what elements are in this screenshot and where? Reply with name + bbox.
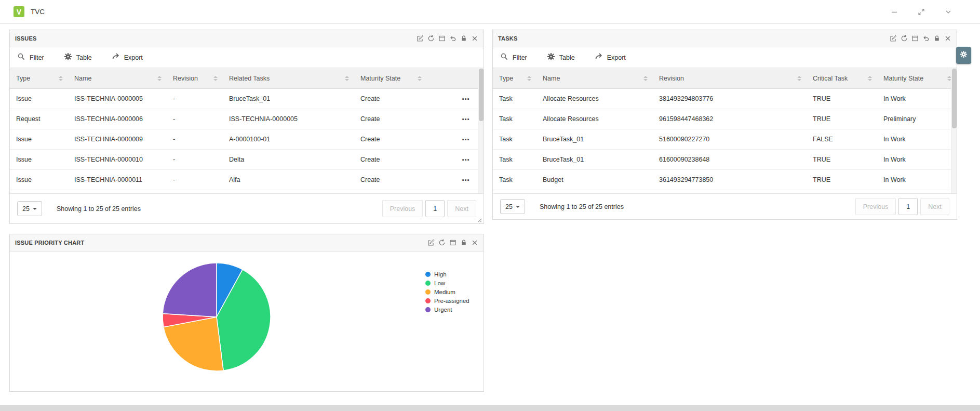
column-header-maturity-state[interactable]: Maturity State (354, 68, 427, 88)
sort-icon[interactable] (213, 76, 218, 81)
sort-icon[interactable] (345, 76, 349, 81)
column-label: Name (74, 75, 91, 82)
priority-pie-chart (159, 260, 274, 374)
cell-related-tasks: ISS-TECHNIA-0000005 (223, 109, 354, 129)
table-row[interactable]: Request ISS-TECHNIA-0000006 - ISS-TECHNI… (10, 109, 484, 129)
close-icon[interactable] (944, 35, 951, 42)
row-actions-button[interactable]: ⋯ (462, 95, 470, 103)
table-row[interactable]: Task Allocate Resources 381493294803776 … (493, 89, 957, 109)
table-row[interactable]: Issue ISS-TECHNIA-0000011 - Alfa Create … (10, 170, 484, 190)
table-row[interactable]: Task BruceTask_01 61600090238648 TRUE In… (493, 150, 957, 170)
row-actions-button[interactable]: ⋯ (462, 156, 470, 164)
scrollbar-thumb[interactable] (479, 69, 484, 121)
cell-type: Issue (10, 89, 68, 109)
column-header-name[interactable]: Name (536, 68, 653, 88)
sort-icon[interactable] (527, 76, 531, 81)
current-page-button[interactable]: 1 (425, 200, 445, 217)
vertical-scrollbar[interactable] (951, 68, 957, 193)
pagination: Previous 1 Next (380, 200, 476, 217)
column-header-critical-task[interactable]: Critical Task (807, 68, 877, 88)
sort-icon[interactable] (157, 76, 162, 81)
minimize-icon[interactable] (891, 8, 898, 16)
sort-icon[interactable] (418, 76, 422, 81)
tasks-table-header: Type Name Revision Critical Task Maturit… (493, 68, 957, 89)
cell-type: Issue (10, 170, 68, 190)
row-actions-button[interactable]: ⋯ (462, 136, 470, 143)
current-page-button[interactable]: 1 (898, 198, 918, 215)
edit-icon[interactable] (417, 35, 424, 42)
column-label: Revision (659, 75, 684, 82)
maximize-icon[interactable] (449, 239, 457, 246)
undo-icon[interactable] (449, 35, 457, 42)
table-row[interactable]: Task BruceTask_01 51600090227270 FALSE I… (493, 129, 957, 150)
table-row[interactable]: Task Budget 361493294773850 TRUE In Work (493, 170, 957, 190)
filter-button[interactable]: Filter (17, 52, 44, 62)
window-controls (891, 8, 966, 16)
legend-item[interactable]: Medium (425, 289, 469, 295)
close-icon[interactable] (471, 239, 478, 246)
cell-revision: - (167, 129, 223, 149)
refresh-icon[interactable] (438, 239, 446, 246)
table-settings-button[interactable]: Table (547, 52, 575, 62)
gear-icon (547, 52, 555, 62)
lock-icon[interactable] (460, 239, 467, 246)
previous-page-button[interactable]: Previous (382, 200, 423, 217)
cell-related-tasks: Alfa (223, 170, 354, 190)
pie-slice-urgent[interactable] (163, 263, 217, 317)
table-row[interactable]: Issue ISS-TECHNIA-0000005 - BruceTask_01… (10, 89, 484, 109)
legend-color-dot (425, 272, 431, 277)
page-size-select[interactable]: 25 (500, 199, 525, 214)
horizontal-scrollbar[interactable] (0, 405, 980, 411)
sort-icon[interactable] (868, 76, 872, 81)
edit-icon[interactable] (427, 239, 435, 246)
refresh-icon[interactable] (901, 35, 908, 42)
caret-down-icon (33, 208, 37, 210)
next-page-button[interactable]: Next (920, 198, 949, 215)
maximize-icon[interactable] (911, 35, 919, 42)
next-page-button[interactable]: Next (447, 200, 476, 217)
legend-item[interactable]: Low (425, 280, 469, 286)
sort-icon[interactable] (59, 76, 63, 81)
previous-page-button[interactable]: Previous (855, 198, 896, 215)
refresh-icon[interactable] (427, 35, 435, 42)
column-header-maturity-state[interactable]: Maturity State (877, 68, 957, 88)
column-header-type[interactable]: Type (10, 68, 68, 88)
legend-item[interactable]: Urgent (425, 307, 469, 313)
cell-type: Issue (10, 150, 68, 169)
issues-table-header: Type Name Revision Related Tasks Maturit… (10, 68, 484, 89)
lock-icon[interactable] (933, 35, 941, 42)
column-header-related-tasks[interactable]: Related Tasks (223, 68, 354, 88)
export-button[interactable]: Export (595, 52, 626, 62)
collapse-chevron-icon[interactable] (945, 8, 952, 16)
undo-icon[interactable] (922, 35, 930, 42)
expand-icon[interactable] (918, 8, 925, 16)
lock-icon[interactable] (460, 35, 467, 42)
sort-icon[interactable] (797, 76, 801, 81)
maximize-icon[interactable] (438, 35, 446, 42)
page-size-select[interactable]: 25 (17, 201, 42, 216)
cell-revision: 381493294803776 (653, 89, 807, 109)
legend-label: Urgent (434, 307, 452, 313)
export-button[interactable]: Export (112, 52, 143, 62)
close-icon[interactable] (471, 35, 478, 42)
sort-icon[interactable] (643, 76, 648, 81)
column-header-actions (427, 68, 484, 88)
row-actions-button[interactable]: ⋯ (462, 176, 470, 184)
filter-button[interactable]: Filter (500, 52, 527, 62)
table-row[interactable]: Task Allocate Resources 961598447468362 … (493, 109, 957, 129)
column-header-name[interactable]: Name (68, 68, 167, 88)
column-header-type[interactable]: Type (493, 68, 536, 88)
scrollbar-thumb[interactable] (952, 69, 957, 128)
row-actions-button[interactable]: ⋯ (462, 115, 470, 123)
legend-item[interactable]: High (425, 271, 469, 277)
column-header-revision[interactable]: Revision (167, 68, 223, 88)
legend-item[interactable]: Pre-assigned (425, 298, 469, 304)
settings-gear-button[interactable] (956, 47, 971, 64)
table-row[interactable]: Issue ISS-TECHNIA-0000010 - Delta Create… (10, 150, 484, 170)
table-settings-button[interactable]: Table (64, 52, 92, 62)
table-row[interactable]: Issue ISS-TECHNIA-0000009 - A-0000100-01… (10, 129, 484, 150)
column-header-revision[interactable]: Revision (653, 68, 807, 88)
edit-icon[interactable] (890, 35, 897, 42)
resize-handle-icon[interactable] (476, 216, 482, 222)
vertical-scrollbar[interactable] (478, 68, 484, 193)
